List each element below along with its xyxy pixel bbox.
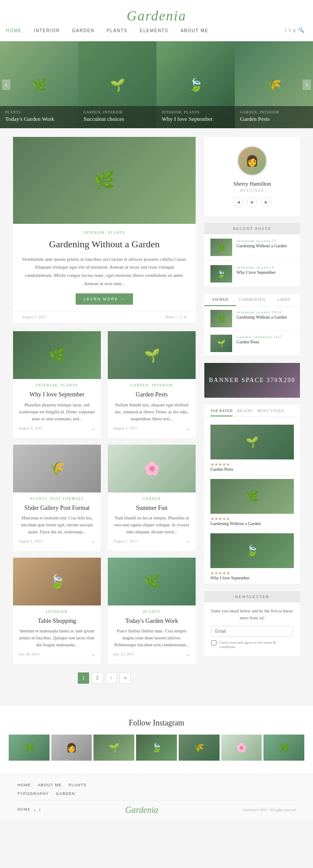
post-card-content-4: GARDEN Summer Fun Nam blandit eu leo ut …: [108, 492, 196, 551]
instagram-item-2[interactable]: 👩: [51, 735, 92, 761]
hero-prev-button[interactable]: ‹: [2, 80, 10, 90]
instagram-item-6[interactable]: 🌸: [221, 735, 262, 761]
post-card-6: 🌿 PLANTS Today's Garden Work Fusce finib…: [108, 558, 196, 664]
popular-post-1: 🌿 INTERIOR, PLANTS 3034 Gardening Withou…: [204, 306, 300, 331]
post-card-arrow-1[interactable]: →: [90, 426, 96, 432]
post-card-5: 🍃 INTERIOR Table Shopping Interdun et ma…: [13, 558, 101, 664]
instagram-item-5[interactable]: 🌾: [179, 735, 220, 761]
post-card-content-3: PLANTS, POST FORMATS Slider Gallery Post…: [13, 492, 101, 551]
pagination: 1 2 › »: [13, 672, 196, 684]
post-card-meta-3: August 1, 2015 →: [18, 539, 96, 545]
hero-overlay-4: GARDEN, INTERIOR Garden Pests: [235, 106, 313, 128]
popular-tab-liked[interactable]: LIKED: [268, 294, 300, 306]
post-card-arrow-2[interactable]: →: [185, 426, 190, 432]
footer-facebook[interactable]: f: [39, 807, 41, 812]
hero-slide-4: 🌾 GARDEN, INTERIOR Garden Pests: [235, 41, 313, 128]
author-title: DESIGNER: [213, 188, 291, 193]
footer-home-link[interactable]: HOME: [17, 807, 31, 812]
post-card-arrow-4[interactable]: →: [185, 539, 190, 545]
instagram-item-7[interactable]: 🌿: [263, 735, 304, 761]
page-last-button[interactable]: »: [120, 672, 131, 684]
footer-typography[interactable]: TYPOGRAPHY: [17, 792, 56, 796]
author-social-pinterest[interactable]: ▶: [261, 197, 271, 207]
footer-home[interactable]: HOME: [17, 783, 38, 787]
popular-post-image-2: 🌱: [210, 335, 232, 352]
rated-item-image-3: 🍃: [210, 533, 294, 568]
post-card-excerpt-5: Interdun et malesuada fames ac ante ipsu…: [18, 628, 96, 649]
nav-about[interactable]: ABOUT ME: [174, 28, 214, 33]
post-card-cats-1: INTERIOR, PLANTS: [18, 383, 96, 387]
footer-about[interactable]: ABOUT ME: [38, 783, 69, 787]
recent-post-1: 🌿 INTERIOR, PLANTS 23 Gardening Without …: [204, 234, 300, 261]
share-label: Share:: [165, 315, 175, 319]
top-rated-tab-1[interactable]: Top Rated: [210, 409, 233, 416]
instagram-item-1[interactable]: 🌿: [9, 735, 50, 761]
nav-home[interactable]: HOME: [0, 28, 28, 33]
author-social-facebook[interactable]: ▶: [247, 197, 257, 207]
post-card-excerpt-2: Nullam blandit nisi, aliquam eget eleife…: [113, 402, 190, 422]
facebook-icon[interactable]: f: [289, 27, 291, 33]
site-logo: Gardenia: [0, 8, 313, 24]
footer-twitter[interactable]: t: [34, 807, 36, 812]
featured-post-meta: August 5, 2015 Share: t f in: [13, 311, 196, 323]
page-2-button[interactable]: 2: [92, 672, 103, 684]
top-rated-tab-2[interactable]: Recent: [237, 409, 253, 416]
twitter-icon[interactable]: t: [285, 27, 286, 33]
share-twitter[interactable]: t: [177, 315, 178, 319]
author-social-twitter[interactable]: ◀: [233, 197, 243, 207]
page-1-button[interactable]: 1: [78, 672, 89, 684]
post-card-meta-6: July 15, 2015 →: [113, 652, 190, 658]
hero-title-4: Garden Pests: [240, 116, 308, 123]
hero-slide-1: 🌿 PLANTS Today's Garden Work: [0, 41, 78, 128]
popular-post-title-1: Gardening Without a Garden: [236, 314, 287, 320]
search-icon[interactable]: 🔍: [298, 27, 304, 33]
nav-elements[interactable]: ELEMENTS: [133, 28, 174, 33]
post-card-date-5: July 30, 2015: [18, 652, 40, 658]
nav-plants[interactable]: PLANTS: [101, 28, 134, 33]
popular-posts-widget: VIEWED COMMENTED LIKED 🌿 INTERIOR, PLANT…: [204, 294, 300, 356]
nav-garden[interactable]: GARDEN: [66, 28, 101, 33]
author-social: ◀ ▶ ▶: [213, 197, 291, 207]
share-instagram[interactable]: in: [184, 315, 187, 319]
post-card-arrow-5[interactable]: →: [90, 652, 96, 658]
post-card-title-6: Today's Garden Work: [113, 617, 190, 625]
newsletter-terms: I have read and agree to the terms & con…: [211, 640, 293, 649]
hero-cat-4: GARDEN, INTERIOR: [240, 110, 308, 114]
top-rated-tab-3[interactable]: Most Voted: [258, 409, 284, 416]
post-card-excerpt-4: Nam blandit eu leo ut tempus. Phasellus …: [113, 515, 190, 535]
rated-item-3: 🍃 ★★★★★ Why I love September: [204, 530, 300, 584]
post-card-arrow-6[interactable]: →: [185, 652, 190, 658]
content-left: 🌿 INTERIOR, PLANTS Gardening Without a G…: [13, 137, 204, 692]
learn-more-button[interactable]: LEARN MORE →: [76, 293, 133, 305]
hero-overlay-1: PLANTS Today's Garden Work: [0, 106, 78, 128]
share-facebook[interactable]: f: [180, 315, 182, 319]
popular-post-image-1: 🌿: [210, 310, 232, 327]
popular-tab-commented[interactable]: COMMENTED: [236, 294, 268, 306]
post-card-title-4: Summer Fun: [113, 504, 190, 512]
newsletter-description: Enter you email below and be the first t…: [211, 608, 293, 622]
post-card-image-6: 🌿: [108, 558, 196, 605]
newsletter-email-input[interactable]: [211, 626, 293, 637]
nav-interior[interactable]: INTERIOR: [28, 28, 66, 33]
newsletter-terms-checkbox[interactable]: [211, 640, 216, 645]
hero-title-2: Succulent choices: [83, 116, 151, 123]
footer-garden[interactable]: GARDEN: [56, 792, 83, 796]
site-header: Gardenia HOME INTERIOR GARDEN PLANTS ELE…: [0, 0, 313, 41]
pinterest-icon[interactable]: p: [293, 27, 296, 33]
post-card-cats-4: GARDEN: [113, 497, 190, 501]
page-next-button[interactable]: ›: [106, 672, 117, 684]
instagram-item-4[interactable]: 🍃: [136, 735, 177, 761]
post-card-arrow-3[interactable]: →: [90, 539, 96, 545]
author-widget: 👩 Sherry Hamilton DESIGNER ◀ ▶ ▶: [204, 137, 300, 216]
footer-plants[interactable]: PLANTS: [69, 783, 93, 787]
rated-item-title-1: Garden Pests: [210, 467, 294, 472]
popular-tab-viewed[interactable]: VIEWED: [204, 294, 236, 306]
main-nav: HOME INTERIOR GARDEN PLANTS ELEMENTS ABO…: [0, 24, 214, 37]
hero-next-button[interactable]: ›: [303, 80, 311, 90]
instagram-item-3[interactable]: 🌱: [93, 735, 134, 761]
hero-cat-2: GARDEN, INTERIOR: [83, 110, 151, 114]
newsletter-widget: NEWSLETTER Enter you email below and be …: [204, 591, 300, 656]
post-card-title-3: Slider Gallery Post Format: [18, 504, 96, 512]
recent-post-title-2: Why I love September: [236, 269, 294, 276]
rated-item-stars-3: ★★★★★: [210, 571, 294, 575]
